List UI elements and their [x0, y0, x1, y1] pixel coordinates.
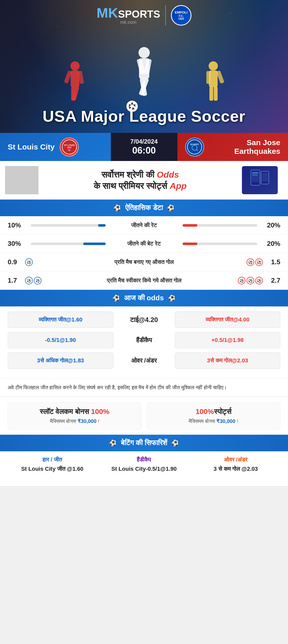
- historical-header: ⚽ ऐतिहासिक डेटा ⚽: [0, 200, 288, 216]
- rec-container: हार / जीत St Louis City जीत @1.60 हैंडीक…: [0, 451, 288, 486]
- sports-text: SPORTS: [118, 8, 160, 20]
- balls-left-conceded: ⚽ ⚽: [25, 277, 41, 284]
- ball-l1: ⚽: [25, 277, 33, 284]
- stat-row-winrate: 10% जीतने की रेट 20%: [0, 216, 288, 235]
- svg-point-0: [138, 47, 150, 58]
- stat-left-betrate: 30%: [8, 240, 28, 248]
- odds-ball-left: ⚽: [112, 295, 120, 302]
- odds-btn-home-win[interactable]: व्यक्तिगत जीत@1.60: [8, 312, 113, 328]
- goal-left-conceded: 1.7 ⚽ ⚽: [8, 277, 99, 284]
- rec-label-1: हार / जीत: [8, 456, 97, 463]
- rec-label-3: ओवर /अंडर: [191, 456, 280, 463]
- stat-label-winrate: जीतने की रेट: [108, 222, 180, 229]
- bonus-slots-title: स्लॉट वेलकम बोनस 100%: [13, 408, 136, 416]
- goal-label-scored: प्रति मैच बनाए गए औसत गोल: [99, 259, 189, 266]
- mk-letters: MK: [97, 5, 118, 20]
- odds-btn-away-win[interactable]: व्यक्तिगत जीत@4.00: [175, 312, 281, 328]
- rec-ball-right: ⚽: [171, 440, 179, 447]
- match-date: 7/04/2024: [130, 138, 158, 145]
- header-logos: MKSPORTS mk.com EMPOLI F.C. 1920: [97, 5, 191, 26]
- rec-cell-1: हार / जीत St Louis City जीत @1.60: [8, 456, 97, 473]
- svg-rect-17: [214, 87, 218, 101]
- odds-header: ⚽ आज की odds ⚽: [0, 290, 288, 306]
- ball-r2: ⚽: [255, 258, 263, 266]
- odds-btn-over[interactable]: 3से अधिक गोल@1.83: [8, 352, 113, 369]
- balls-right-conceded: ⚽ ⚽ ⚽: [238, 277, 263, 284]
- odds-btn-under[interactable]: 3से कम गोल@2.03: [175, 352, 281, 369]
- bonus-card-sports[interactable]: 100%स्पोर्ट्स मैक्सिमम बोनस ₹30,000 !: [147, 402, 281, 430]
- away-team-logo: QUAKES: [185, 137, 204, 157]
- odds-btn-handicap-home[interactable]: -0.5/1@1.90: [8, 332, 113, 348]
- odds-center-tie[interactable]: टाई@4.20: [116, 316, 172, 324]
- rec-title: बेटिंग की सिफारिशें: [121, 439, 167, 447]
- rec-cell-3: ओवर /अंडर 3 से कम गोल @2.03: [191, 456, 280, 473]
- bar-left-winrate: [31, 224, 106, 227]
- ball-l2: ⚽: [34, 277, 41, 284]
- svg-point-6: [70, 61, 80, 71]
- logo-divider: [165, 5, 166, 26]
- svg-point-29: [187, 140, 202, 154]
- goal-val-left-scored: 0.9: [8, 258, 23, 266]
- ad-banner[interactable]: सर्वोत्तम श्रेणी की Oddsके साथ प्रीमियर …: [0, 161, 288, 200]
- goal-val-right-conceded: 2.7: [265, 277, 280, 284]
- rec-val-1: St Louis City जीत @1.60: [8, 465, 97, 473]
- rec-header: ⚽ बेटिंग की सिफारिशें ⚽: [0, 435, 288, 451]
- mk-sub: mk.com: [120, 20, 136, 25]
- ball-icon-right: ⚽: [167, 204, 175, 212]
- svg-text:ST LOUIS: ST LOUIS: [64, 144, 75, 146]
- match-time: 06:00: [132, 145, 156, 156]
- odds-btn-handicap-away[interactable]: +0.5/1@1.98: [175, 332, 281, 348]
- players-area: [29, 20, 259, 118]
- svg-point-12: [209, 61, 218, 71]
- bonus-section: स्लॉट वेलकम बोनस 100% मैक्सिमम बोनस ₹30,…: [0, 397, 288, 435]
- empoli-logo: EMPOLI F.C. 1920: [171, 5, 191, 26]
- bar-right-betrate: [183, 243, 258, 245]
- svg-rect-16: [209, 87, 213, 101]
- bar-right-winrate: [183, 224, 258, 227]
- stat-left-winrate: 10%: [8, 221, 28, 229]
- balls-right-scored: ⚽ ⚽: [247, 258, 263, 266]
- bar-right-fill-winrate: [183, 224, 198, 227]
- bonus-sports-sub: मैक्सिमम बोनस ₹30,000 !: [152, 418, 275, 424]
- bonus-card-slots[interactable]: स्लॉट वेलकम बोनस 100% मैक्सिमम बोनस ₹30,…: [8, 402, 142, 430]
- goal-row-scored: 0.9 ⚽ प्रति मैच बनाए गए औसत गोल ⚽ ⚽ 1.5: [0, 253, 288, 271]
- odds-container: व्यक्तिगत जीत@1.60 टाई@4.20 व्यक्तिगत जी…: [0, 306, 288, 378]
- svg-rect-38: [252, 174, 257, 174]
- bonus-sports-title: 100%स्पोर्ट्स: [152, 408, 275, 416]
- mk-sports-logo: MKSPORTS mk.com: [97, 6, 160, 25]
- goal-label-conceded: प्रति मैच स्वीकार किये गये औसत गोल: [99, 277, 189, 284]
- goal-left-scored: 0.9 ⚽: [8, 258, 99, 266]
- ad-image-placeholder: [5, 166, 38, 194]
- ad-text: सर्वोत्तम श्रेणी की Oddsके साथ प्रीमियर …: [44, 169, 237, 191]
- player-right1: [202, 60, 225, 112]
- stat-label-betrate: जीतने की बेट रेट: [108, 240, 180, 247]
- goal-val-left-conceded: 1.7: [8, 277, 23, 284]
- description-text: अवे टीम फिलहाल जीत हासिल करने के लिए संघ…: [0, 378, 288, 397]
- svg-text:CITY: CITY: [67, 147, 71, 149]
- odds-center-handicap: हैंडीकैप: [116, 337, 172, 344]
- player-left1: [63, 60, 87, 112]
- bar-left-fill-betrate: [83, 243, 106, 245]
- goal-right-scored: ⚽ ⚽ 1.5: [189, 258, 280, 266]
- rec-cell-2: हैंडीकैप St Louis City-0.5/1@1.90: [99, 456, 188, 473]
- rec-labels-row: हार / जीत St Louis City जीत @1.60 हैंडीक…: [8, 456, 280, 473]
- away-team-section: QUAKES San Jose Earthquakes: [177, 133, 288, 161]
- svg-rect-34: [252, 172, 259, 182]
- bonus-slots-sub: मैक्सिमम बोनस ₹30,000 !: [13, 418, 136, 424]
- away-team-name: San Jose Earthquakes: [209, 138, 281, 156]
- ball-icon-left: ⚽: [113, 204, 121, 212]
- svg-rect-14: [206, 71, 210, 84]
- rec-label-2: हैंडीकैप: [99, 456, 188, 463]
- home-team-logo: ST LOUIS CITY SC: [60, 137, 79, 157]
- ball1: ⚽: [25, 258, 33, 266]
- odds-row-2: -0.5/1@1.90 हैंडीकैप +0.5/1@1.98: [8, 332, 280, 348]
- hero-title: USA Major League Soccer: [42, 107, 246, 125]
- historical-title: ऐतिहासिक डेटा: [125, 204, 163, 212]
- ball-rc2: ⚽: [247, 277, 254, 284]
- balls-left-scored: ⚽: [25, 258, 33, 266]
- bar-right-fill-betrate: [183, 243, 198, 245]
- rec-val-3: 3 से कम गोल @2.03: [191, 465, 280, 473]
- home-team-name: St Louis City: [8, 143, 55, 151]
- goal-val-right-scored: 1.5: [265, 258, 280, 266]
- goal-right-conceded: ⚽ ⚽ ⚽ 2.7: [189, 277, 280, 284]
